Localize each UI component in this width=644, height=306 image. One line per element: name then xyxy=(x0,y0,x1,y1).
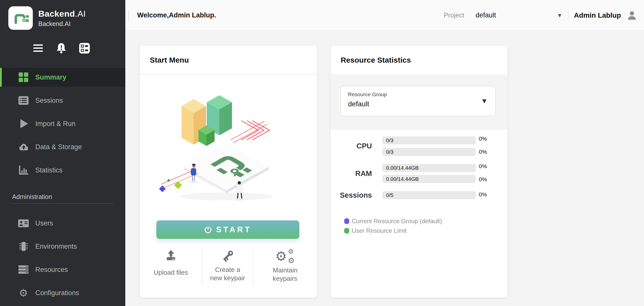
resource-row-label-sessions: Sessions xyxy=(331,191,372,199)
bar-chart-icon xyxy=(18,164,29,176)
resource-statistics-title: Resource Statistics xyxy=(341,56,411,64)
user-menu[interactable]: Admin Lablup xyxy=(574,0,637,31)
sidebar-item-label: Environments xyxy=(35,243,77,250)
cpu-usage-bar-1: 0/3 xyxy=(383,137,476,144)
resource-row-label-cpu: CPU xyxy=(331,142,372,150)
chevron-down-icon: ▼ xyxy=(482,98,486,104)
resource-group-select[interactable]: Resource Group default ▼ xyxy=(341,86,496,116)
maintain-keypairs-shortcut[interactable]: ⚙ ⚙ ⚙ Maintain keypairs xyxy=(253,248,317,286)
upload-icon xyxy=(165,249,177,261)
legend-row-user-limit: User Resource Limit xyxy=(344,226,442,235)
header-vertical-divider xyxy=(568,10,568,21)
bar-value: 0/3 xyxy=(386,137,393,143)
gear-glyph: ⚙ xyxy=(288,257,295,264)
dashboard-panel-button[interactable] xyxy=(79,42,90,54)
brand: Backend.AI Backend.AI xyxy=(8,6,86,30)
brand-title: Backend.AI xyxy=(38,9,86,19)
resource-group-value: default xyxy=(348,100,369,108)
sidebar-item-label: Resources xyxy=(35,266,68,274)
sidebar-item-label: Summary xyxy=(35,73,66,81)
resource-group-label: Resource Group xyxy=(348,91,387,97)
start-illustration xyxy=(156,83,302,205)
start-menu-card-header: Start Menu xyxy=(140,46,317,75)
start-menu-title: Start Menu xyxy=(150,56,189,64)
start-shortcuts: Upload files Create a new keypai xyxy=(140,248,317,286)
start-menu-card: Start Menu xyxy=(140,46,317,298)
shortcut-label-line: keypairs xyxy=(273,274,297,283)
ram-usage-percent-1: 0% xyxy=(479,163,496,170)
ram-usage-bar-2: 0.00/14.44GB xyxy=(383,175,476,183)
chevron-down-icon: ▼ xyxy=(558,13,561,18)
bar-value: 0.00/14.44GB xyxy=(386,176,419,182)
backend-ai-logo xyxy=(8,6,33,30)
legend-row-current-group: Current Resource Group (default) xyxy=(344,217,442,225)
resource-legend: Current Resource Group (default) User Re… xyxy=(344,217,442,235)
sidebar-divider xyxy=(12,203,113,204)
microchip-icon xyxy=(18,241,29,252)
top-header: Welcome,Admin Lablup. Project default ▼ … xyxy=(125,0,644,31)
sidebar-item-label: Data & Storage xyxy=(35,143,82,151)
legend-label: Current Resource Group (default) xyxy=(352,218,442,225)
sidebar-item-resources[interactable]: Resources xyxy=(0,260,125,279)
backend-ai-logo-icon xyxy=(12,10,29,27)
cpu-usage-bar-2: 0/3 xyxy=(383,148,476,156)
brand-text: Backend.AI Backend.AI xyxy=(38,6,86,28)
welcome-message: Welcome,Admin Lablup. xyxy=(137,0,216,31)
project-label: Project xyxy=(444,0,464,31)
user-name: Admin Lablup xyxy=(574,11,621,19)
sidebar-item-label: Configurations xyxy=(35,289,79,297)
shortcut-label-line: new keypair xyxy=(210,274,245,282)
legend-label: User Resource Limit xyxy=(352,227,406,234)
notifications-bell-icon xyxy=(56,42,67,54)
sessions-list-icon xyxy=(18,95,29,106)
bar-value: 0/5 xyxy=(386,192,393,198)
ram-usage-percent-2: 0% xyxy=(479,176,496,183)
key-icon xyxy=(221,249,235,263)
sessions-usage-bar: 0/5 xyxy=(383,191,476,199)
summary-grid-icon xyxy=(18,71,29,83)
sidebar-top-icons xyxy=(32,42,90,54)
play-icon xyxy=(18,118,29,130)
sessions-usage-percent: 0% xyxy=(479,191,496,198)
shortcut-label-line: Upload files xyxy=(154,268,188,277)
sidebar-item-configurations[interactable]: ⚙ Configurations xyxy=(0,284,125,302)
id-card-icon xyxy=(18,217,29,229)
sidebar-item-label: Import & Run xyxy=(35,120,75,128)
power-icon xyxy=(204,226,212,234)
sidebar-item-label: Sessions xyxy=(35,97,63,105)
cpu-usage-percent-2: 0% xyxy=(479,149,496,155)
create-keypair-shortcut[interactable]: Create a new keypair xyxy=(202,248,253,286)
resource-statistics-card-header: Resource Statistics xyxy=(331,46,508,75)
sidebar-admin-nav: Users Environments Resources ⚙ Configura… xyxy=(0,214,125,302)
start-button[interactable]: START xyxy=(156,220,299,239)
start-button-label: START xyxy=(216,225,252,234)
project-select[interactable]: default ▼ xyxy=(476,0,561,31)
sidebar-item-data-storage[interactable]: Data & Storage xyxy=(0,138,125,156)
brand-subtitle: Backend.AI xyxy=(38,20,86,28)
legend-dot-green xyxy=(344,228,349,234)
gear-glyph: ⚙ xyxy=(19,288,28,298)
dashboard-icon xyxy=(79,43,90,54)
ram-usage-bar-1: 0.00/14.44GB xyxy=(383,164,476,172)
cpu-usage-percent-1: 0% xyxy=(479,136,496,142)
sidebar: Backend.AI Backend.AI xyxy=(0,0,125,306)
upload-files-shortcut[interactable]: Upload files xyxy=(140,248,202,286)
server-icon xyxy=(18,264,29,275)
sidebar-item-environments[interactable]: Environments xyxy=(0,237,125,256)
gear-glyph: ⚙ xyxy=(288,248,294,255)
project-value: default xyxy=(476,11,496,19)
gear-icon: ⚙ xyxy=(18,287,29,299)
sidebar-item-statistics[interactable]: Statistics xyxy=(0,161,125,180)
sidebar-item-summary[interactable]: Summary xyxy=(0,68,125,87)
sidebar-item-users[interactable]: Users xyxy=(0,214,125,233)
resource-statistics-card: Resource Statistics Resource Group defau… xyxy=(331,46,508,298)
resource-row-label-ram: RAM xyxy=(331,169,372,178)
sidebar-item-sessions[interactable]: Sessions xyxy=(0,91,125,110)
sidebar-item-label: Statistics xyxy=(35,166,63,174)
user-avatar-icon xyxy=(626,10,637,21)
notifications-button[interactable] xyxy=(55,42,67,54)
hamburger-menu-button[interactable] xyxy=(32,42,44,54)
brand-title-main: Backend xyxy=(38,9,75,18)
sidebar-item-import-run[interactable]: Import & Run xyxy=(0,114,125,133)
shortcut-label-line: Maintain xyxy=(273,266,297,274)
